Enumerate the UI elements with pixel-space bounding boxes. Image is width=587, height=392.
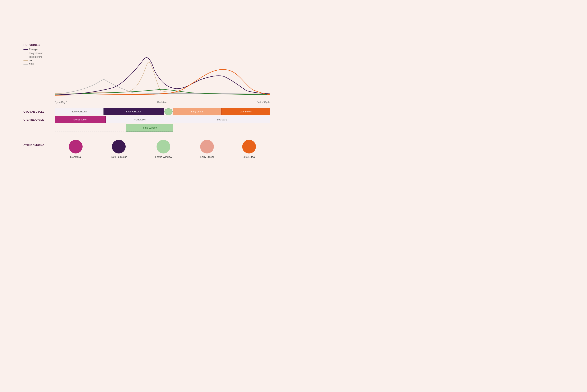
fertile-green-box: Fertile Window	[126, 124, 173, 132]
late-luteal-label: Late Luteal	[243, 156, 255, 158]
menstrual-label: Menstrual	[70, 156, 81, 158]
syncing-menstrual: Menstrual	[69, 140, 83, 158]
early-luteal-circle	[200, 140, 214, 154]
syncing-late-luteal: Late Luteal	[242, 140, 256, 158]
lh-label: LH	[29, 59, 32, 62]
fertile-bar-container: Fertile Window	[55, 124, 270, 134]
legend-estrogen: Estrogen	[24, 48, 55, 51]
chart-area: Cycle Day 1 Ovulation End of Cycle	[55, 38, 270, 106]
progesterone-line	[24, 53, 28, 53]
legend-fsh: FSH	[24, 63, 55, 66]
late-follicular-circle	[112, 140, 126, 154]
hormone-svg	[55, 38, 270, 100]
seg-early-follicular: Early Follicular	[55, 108, 104, 115]
fsh-line	[24, 64, 28, 64]
cycle-syncing-label: CYCLE SYNCING	[24, 140, 55, 147]
lh-line	[24, 60, 28, 61]
seg-secretory: Secretory	[174, 116, 270, 123]
ovulation-circle	[164, 108, 173, 115]
seg-menstruation: Menstruation	[55, 116, 106, 123]
syncing-early-luteal: Early Luteal	[200, 140, 214, 158]
axis-ovulation: Ovulation	[157, 101, 167, 104]
axis-labels: Cycle Day 1 Ovulation End of Cycle	[55, 100, 270, 106]
fertile-window-circle	[157, 140, 170, 154]
seg-late-follicular: Late Follicular	[104, 108, 164, 115]
axis-end: End of Cycle	[257, 101, 270, 104]
testosterone-line	[24, 57, 28, 57]
syncing-circles: Menstrual Late Follicular Fertile Window…	[55, 140, 270, 158]
uterine-cycle-label: UTERINE CYCLE	[24, 116, 55, 123]
progesterone-label: Progesterone	[29, 52, 43, 54]
ovarian-cycle-label: OVARIAN CYCLE	[24, 108, 55, 115]
fsh-label: FSH	[29, 63, 34, 66]
seg-early-luteal: Early Luteal	[173, 108, 221, 115]
chart-section: HORMONES Estrogen Progesterone Testoster…	[24, 38, 270, 106]
ovarian-cycle-bar: Early Follicular Late Follicular Early L…	[55, 108, 270, 115]
cycle-syncing-section: CYCLE SYNCING Menstrual Late Follicular …	[24, 140, 270, 158]
menstrual-circle	[69, 140, 83, 154]
syncing-late-follicular: Late Follicular	[111, 140, 127, 158]
testosterone-label: Testosterone	[29, 56, 43, 58]
seg-late-luteal: Late Luteal	[221, 108, 270, 115]
uterine-cycle-bar: Menstruation Proliferation Secretory	[55, 116, 270, 123]
legend-testosterone: Testosterone	[24, 56, 55, 58]
hormone-chart	[55, 38, 270, 100]
early-luteal-label: Early Luteal	[200, 156, 214, 158]
legend-lh: LH	[24, 59, 55, 62]
fertile-dashed-bottom	[55, 132, 169, 132]
fertile-window-sync-label: Fertile Window	[155, 156, 172, 158]
fertile-window-label: Fertile Window	[142, 126, 157, 129]
legend-progesterone: Progesterone	[24, 52, 55, 54]
legend-title: HORMONES	[24, 44, 55, 46]
fertile-window-section: Fertile Window	[24, 124, 270, 134]
ovarian-cycle-row: OVARIAN CYCLE Early Follicular Late Foll…	[24, 108, 270, 115]
legend: HORMONES Estrogen Progesterone Testoster…	[24, 38, 55, 67]
late-luteal-circle	[242, 140, 256, 154]
estrogen-label: Estrogen	[29, 48, 38, 51]
main-container: HORMONES Estrogen Progesterone Testoster…	[20, 30, 274, 166]
uterine-cycle-row: UTERINE CYCLE Menstruation Proliferation…	[24, 116, 270, 123]
syncing-fertile-window: Fertile Window	[155, 140, 172, 158]
late-follicular-label: Late Follicular	[111, 156, 127, 158]
seg-proliferation: Proliferation	[106, 116, 174, 123]
estrogen-line	[24, 49, 28, 50]
axis-day1: Cycle Day 1	[55, 101, 68, 104]
